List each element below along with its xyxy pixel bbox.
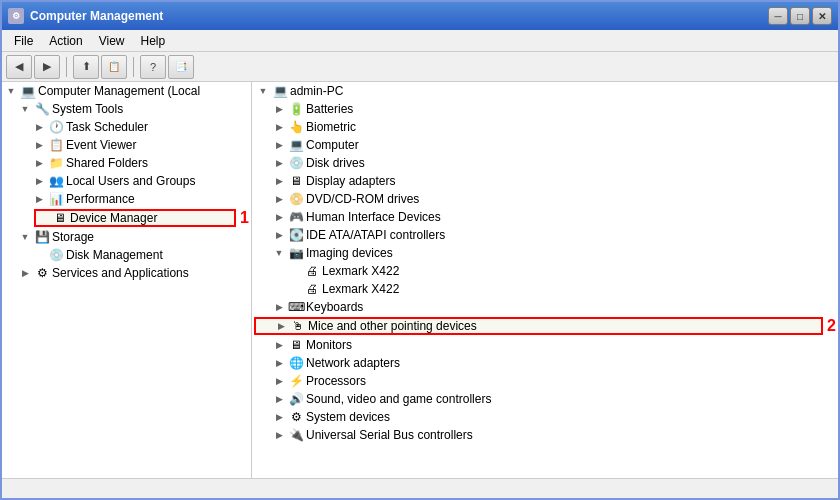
menu-view[interactable]: View: [91, 32, 133, 50]
right-item-hid[interactable]: ▶ 🎮 Human Interface Devices: [252, 208, 838, 226]
minimize-button[interactable]: ─: [768, 7, 788, 25]
right-item-mice[interactable]: ▶ 🖱 Mice and other pointing devices: [254, 317, 823, 335]
title-bar: ⚙ Computer Management ─ □ ✕: [2, 2, 838, 30]
ide-expander[interactable]: ▶: [272, 228, 286, 242]
sidebar-item-event-viewer[interactable]: ▶ 📋 Event Viewer: [2, 136, 251, 154]
menu-help[interactable]: Help: [133, 32, 174, 50]
right-item-usb[interactable]: ▶ 🔌 Universal Serial Bus controllers: [252, 426, 838, 444]
right-item-batteries[interactable]: ▶ 🔋 Batteries: [252, 100, 838, 118]
forward-button[interactable]: ▶: [34, 55, 60, 79]
up-button[interactable]: ⬆: [73, 55, 99, 79]
right-item-lexmark1[interactable]: 🖨 Lexmark X422: [252, 262, 838, 280]
services-label: Services and Applications: [52, 266, 189, 280]
usb-expander[interactable]: ▶: [272, 428, 286, 442]
computer-label: Computer: [306, 138, 359, 152]
processors-expander[interactable]: ▶: [272, 374, 286, 388]
event-viewer-expander[interactable]: ▶: [32, 138, 46, 152]
biometric-label: Biometric: [306, 120, 356, 134]
right-item-processors[interactable]: ▶ ⚡ Processors: [252, 372, 838, 390]
dvd-expander[interactable]: ▶: [272, 192, 286, 206]
device-manager-label: Device Manager: [70, 211, 157, 225]
right-item-network[interactable]: ▶ 🌐 Network adapters: [252, 354, 838, 372]
system-tools-expander[interactable]: ▼: [18, 102, 32, 116]
sidebar-item-storage[interactable]: ▼ 💾 Storage: [2, 228, 251, 246]
computer-management-window: ⚙ Computer Management ─ □ ✕ File Action …: [0, 0, 840, 500]
right-item-monitors[interactable]: ▶ 🖥 Monitors: [252, 336, 838, 354]
right-item-dvd-cdrom[interactable]: ▶ 📀 DVD/CD-ROM drives: [252, 190, 838, 208]
sidebar-item-services[interactable]: ▶ ⚙ Services and Applications: [2, 264, 251, 282]
services-expander[interactable]: ▶: [18, 266, 32, 280]
task-scheduler-expander[interactable]: ▶: [32, 120, 46, 134]
right-root-expander[interactable]: ▼: [256, 84, 270, 98]
imaging-icon: 📷: [288, 245, 304, 261]
right-item-disk-drives[interactable]: ▶ 💿 Disk drives: [252, 154, 838, 172]
imaging-expander[interactable]: ▼: [272, 246, 286, 260]
local-users-icon: 👥: [48, 173, 64, 189]
right-item-lexmark2[interactable]: 🖨 Lexmark X422: [252, 280, 838, 298]
close-button[interactable]: ✕: [812, 7, 832, 25]
services-icon: ⚙: [34, 265, 50, 281]
batteries-label: Batteries: [306, 102, 353, 116]
sidebar-item-device-manager[interactable]: 🖥 Device Manager: [34, 209, 236, 227]
device-manager-expander[interactable]: [36, 211, 50, 225]
storage-expander[interactable]: ▼: [18, 230, 32, 244]
usb-label: Universal Serial Bus controllers: [306, 428, 473, 442]
network-expander[interactable]: ▶: [272, 356, 286, 370]
right-item-display-adapters[interactable]: ▶ 🖥 Display adapters: [252, 172, 838, 190]
event-viewer-icon: 📋: [48, 137, 64, 153]
shared-folders-icon: 📁: [48, 155, 64, 171]
root-expander[interactable]: ▼: [4, 84, 18, 98]
computer-expander[interactable]: ▶: [272, 138, 286, 152]
mice-expander[interactable]: ▶: [274, 319, 288, 333]
keyboards-expander[interactable]: ▶: [272, 300, 286, 314]
system-tools-label: System Tools: [52, 102, 123, 116]
performance-expander[interactable]: ▶: [32, 192, 46, 206]
maximize-button[interactable]: □: [790, 7, 810, 25]
menu-bar: File Action View Help: [2, 30, 838, 52]
monitors-expander[interactable]: ▶: [272, 338, 286, 352]
batteries-expander[interactable]: ▶: [272, 102, 286, 116]
event-viewer-label: Event Viewer: [66, 138, 136, 152]
toolbar: ◀ ▶ ⬆ 📋 ? 📑: [2, 52, 838, 82]
right-tree-root[interactable]: ▼ 💻 admin-PC: [252, 82, 838, 100]
show-hide-button[interactable]: 📋: [101, 55, 127, 79]
usb-icon: 🔌: [288, 427, 304, 443]
disk-management-label: Disk Management: [66, 248, 163, 262]
tree-root[interactable]: ▼ 💻 Computer Management (Local: [2, 82, 251, 100]
biometric-expander[interactable]: ▶: [272, 120, 286, 134]
right-item-computer[interactable]: ▶ 💻 Computer: [252, 136, 838, 154]
keyboards-icon: ⌨: [288, 299, 304, 315]
disk-drives-expander[interactable]: ▶: [272, 156, 286, 170]
annotation-1: 1: [240, 209, 249, 227]
display-adapters-expander[interactable]: ▶: [272, 174, 286, 188]
local-users-expander[interactable]: ▶: [32, 174, 46, 188]
right-item-system-devices[interactable]: ▶ ⚙ System devices: [252, 408, 838, 426]
help-button[interactable]: ?: [140, 55, 166, 79]
right-item-sound[interactable]: ▶ 🔊 Sound, video and game controllers: [252, 390, 838, 408]
sound-expander[interactable]: ▶: [272, 392, 286, 406]
hid-expander[interactable]: ▶: [272, 210, 286, 224]
right-root-label: admin-PC: [290, 84, 343, 98]
disk-drives-label: Disk drives: [306, 156, 365, 170]
toolbar-separator-1: [66, 57, 67, 77]
disk-management-expander[interactable]: [32, 248, 46, 262]
sidebar-item-disk-management[interactable]: 💿 Disk Management: [2, 246, 251, 264]
sidebar-item-local-users[interactable]: ▶ 👥 Local Users and Groups: [2, 172, 251, 190]
system-devices-expander[interactable]: ▶: [272, 410, 286, 424]
right-item-biometric[interactable]: ▶ 👆 Biometric: [252, 118, 838, 136]
right-item-imaging[interactable]: ▼ 📷 Imaging devices: [252, 244, 838, 262]
right-item-ide[interactable]: ▶ 💽 IDE ATA/ATAPI controllers: [252, 226, 838, 244]
right-item-keyboards[interactable]: ▶ ⌨ Keyboards: [252, 298, 838, 316]
biometric-icon: 👆: [288, 119, 304, 135]
sidebar-item-shared-folders[interactable]: ▶ 📁 Shared Folders: [2, 154, 251, 172]
menu-action[interactable]: Action: [41, 32, 90, 50]
lexmark2-expander: [288, 282, 302, 296]
sidebar-item-performance[interactable]: ▶ 📊 Performance: [2, 190, 251, 208]
sidebar-item-task-scheduler[interactable]: ▶ 🕐 Task Scheduler: [2, 118, 251, 136]
shared-folders-expander[interactable]: ▶: [32, 156, 46, 170]
annotation-2: 2: [827, 317, 836, 335]
menu-file[interactable]: File: [6, 32, 41, 50]
properties-button[interactable]: 📑: [168, 55, 194, 79]
sidebar-item-system-tools[interactable]: ▼ 🔧 System Tools: [2, 100, 251, 118]
back-button[interactable]: ◀: [6, 55, 32, 79]
